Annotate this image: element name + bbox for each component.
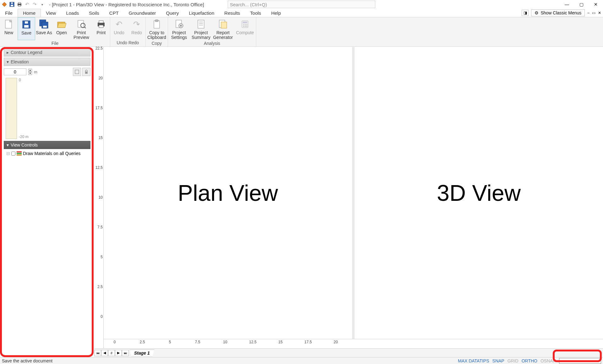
search-input[interactable]: Search... (Ctrl+Q) xyxy=(228,1,375,8)
elevation-tool-1[interactable] xyxy=(73,68,81,76)
tab-tools[interactable]: Tools xyxy=(245,9,266,17)
svg-rect-22 xyxy=(99,25,103,28)
panel-toggle-icon[interactable]: ◨ xyxy=(522,10,529,16)
status-message: Save the active document xyxy=(2,358,52,363)
tab-cpt[interactable]: CPT xyxy=(104,9,124,17)
summary-icon xyxy=(196,19,206,29)
view-controls-header[interactable]: ▾View Controls xyxy=(4,141,90,149)
tree-item-draw-materials[interactable]: ⊟ Draw Materials on all Queries xyxy=(0,150,94,157)
draw-materials-checkbox[interactable] xyxy=(11,152,15,156)
ruler-horizontal: 02.557.51012.51517.520 xyxy=(104,339,603,348)
svg-point-37 xyxy=(245,24,246,25)
svg-point-38 xyxy=(247,24,247,25)
tab-groundwater[interactable]: Groundwater xyxy=(124,9,161,17)
tab-help[interactable]: Help xyxy=(266,9,286,17)
svg-rect-44 xyxy=(17,151,22,153)
clipboard-icon xyxy=(152,19,162,29)
save-as-button[interactable]: Save As xyxy=(35,17,53,40)
mdi-minimize-icon[interactable]: – xyxy=(587,11,589,15)
elevation-unit: m xyxy=(34,70,37,74)
stage-last-button[interactable]: ⏭ xyxy=(122,350,129,356)
qat-print-icon[interactable] xyxy=(16,1,23,8)
print-icon xyxy=(96,19,106,29)
soil-column: 0-20 m xyxy=(6,78,89,139)
tab-home[interactable]: Home xyxy=(18,9,41,17)
project-settings-button[interactable]: Project Settings xyxy=(168,17,190,40)
mdi-restore-icon[interactable]: ▭ xyxy=(592,11,595,15)
viewport: 22.52017.51512.5107.552.50 Plan View 3D … xyxy=(94,47,603,357)
stage-first-button[interactable]: ⏮ xyxy=(94,350,101,356)
svg-rect-23 xyxy=(154,21,160,28)
status-max-datatips[interactable]: MAX DATATIPS xyxy=(458,358,489,363)
project-summary-button[interactable]: Project Summary xyxy=(190,17,212,40)
stage-tab[interactable]: Stage 1 xyxy=(129,350,155,356)
minimize-button[interactable]: — xyxy=(560,0,574,9)
gear-icon: ⚙ xyxy=(535,10,539,15)
svg-point-27 xyxy=(180,25,182,26)
save-as-icon xyxy=(39,19,49,29)
svg-point-39 xyxy=(243,26,244,27)
close-button[interactable]: ✕ xyxy=(589,0,603,9)
ribbon: New Save Save As Open Print Preview Prin… xyxy=(0,17,603,47)
stage-prev-button[interactable]: ◀ xyxy=(101,350,108,356)
ribbon-group-file: File xyxy=(0,40,110,47)
svg-rect-45 xyxy=(17,153,22,154)
svg-rect-28 xyxy=(198,20,204,28)
collapse-icon: ▾ xyxy=(7,59,9,64)
compute-button[interactable]: Compute xyxy=(234,17,256,40)
contour-legend-header[interactable]: ▸Contour Legend xyxy=(4,48,90,56)
svg-rect-21 xyxy=(99,21,103,23)
tab-loads[interactable]: Loads xyxy=(61,9,84,17)
stage-next-button[interactable]: ▶ xyxy=(115,350,122,356)
elevation-spinner[interactable]: ▴▾ xyxy=(28,69,32,75)
print-preview-button[interactable]: Print Preview xyxy=(70,17,92,40)
status-coord-field[interactable] xyxy=(559,358,601,364)
tab-results[interactable]: Results xyxy=(219,9,245,17)
maximize-button[interactable]: ▢ xyxy=(574,0,589,9)
stage-list-button[interactable]: # xyxy=(108,350,115,356)
new-button[interactable]: New xyxy=(0,17,18,40)
status-ortho[interactable]: ORTHO xyxy=(522,358,537,363)
window-title: - [Project 1 - Plan/3D View - Registered… xyxy=(49,2,204,7)
tab-soils[interactable]: Soils xyxy=(84,9,104,17)
tab-view[interactable]: View xyxy=(41,9,61,17)
ribbon-group-copy: Copy xyxy=(146,40,168,47)
save-button[interactable]: Save xyxy=(18,17,35,40)
show-classic-menus-button[interactable]: ⚙Show Classic Menus xyxy=(531,9,585,16)
svg-rect-10 xyxy=(24,25,29,28)
elevation-input[interactable] xyxy=(4,68,26,75)
svg-rect-11 xyxy=(25,21,28,24)
ribbon-group-undo: Undo Redo xyxy=(110,40,145,46)
report-generator-button[interactable]: Report Generator xyxy=(212,17,234,40)
svg-rect-3 xyxy=(11,3,13,4)
svg-rect-14 xyxy=(43,26,47,28)
tab-query[interactable]: Query xyxy=(161,9,184,17)
elevation-header[interactable]: ▾Elevation xyxy=(4,58,90,66)
undo-icon: ↶ xyxy=(114,19,124,29)
expand-icon: ▸ xyxy=(7,50,9,55)
svg-rect-24 xyxy=(155,20,158,22)
soil-bar[interactable] xyxy=(6,78,17,139)
elevation-lock-icon[interactable] xyxy=(82,68,90,76)
plan-view[interactable]: Plan View xyxy=(104,47,352,339)
copy-clipboard-button[interactable]: Copy to Clipboard xyxy=(146,17,168,40)
qat-save-icon[interactable] xyxy=(9,1,15,8)
svg-rect-5 xyxy=(18,3,21,4)
qat-undo-icon[interactable]: ↶ xyxy=(24,1,30,8)
status-snap[interactable]: SNAP xyxy=(492,358,504,363)
status-grid[interactable]: GRID xyxy=(508,358,519,363)
print-button[interactable]: Print xyxy=(92,17,110,40)
open-icon xyxy=(57,19,67,29)
qat-dropdown-icon[interactable]: ▾ xyxy=(39,1,45,8)
open-button[interactable]: Open xyxy=(53,17,70,40)
tab-liquefaction[interactable]: Liquefaction xyxy=(184,9,219,17)
layers-icon xyxy=(17,151,22,156)
3d-view[interactable]: 3D View xyxy=(355,47,603,339)
mdi-close-icon[interactable]: ✕ xyxy=(598,11,601,15)
qat-redo-icon[interactable]: ↷ xyxy=(31,1,38,8)
side-panel: ▸Contour Legend ▾Elevation ▴▾ m 0-20 m ▾… xyxy=(0,47,94,357)
undo-button[interactable]: ↶Undo xyxy=(110,17,128,40)
redo-button[interactable]: ↷Redo xyxy=(128,17,145,40)
tab-file[interactable]: File xyxy=(0,9,18,17)
status-osnap[interactable]: OSNAP xyxy=(541,358,556,363)
